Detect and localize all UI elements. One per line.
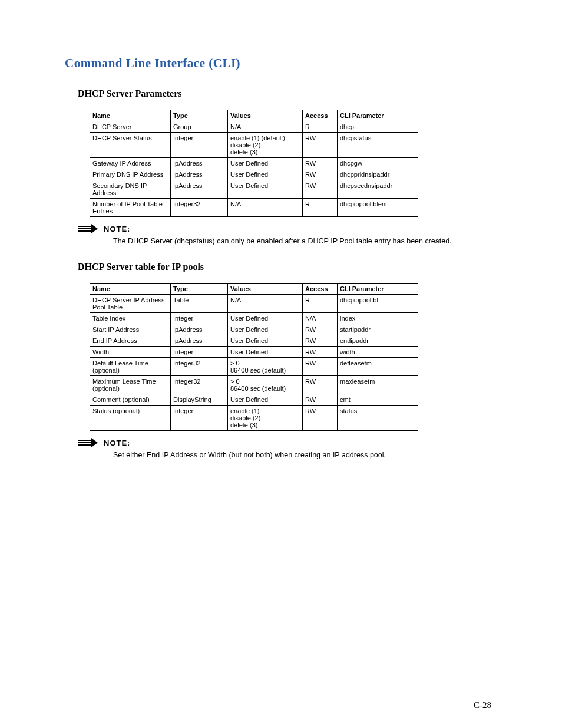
th-access: Access (303, 110, 338, 121)
dhcp-params-table: Name Type Values Access CLI Parameter DH… (90, 110, 418, 217)
table-row: Comment (optional)DisplayStringUser Defi… (90, 394, 418, 406)
note-block: NOTE: Set either End IP Address or Width… (78, 438, 491, 459)
dhcp-params-title: DHCP Server Parameters (78, 88, 491, 99)
cell-type: IpAddress (171, 335, 228, 347)
cell-access: RW (303, 358, 338, 376)
note-label: NOTE: (104, 225, 130, 233)
cell-type: Integer (171, 313, 228, 324)
cell-name: End IP Address (90, 335, 171, 347)
cell-cli: dhcpippooltblent (338, 199, 418, 217)
svg-marker-7 (91, 438, 98, 447)
table-row: Status (optional)Integerenable (1)disabl… (90, 406, 418, 431)
table-row: Default Lease Time (optional)Integer32> … (90, 358, 418, 376)
cell-access: RW (303, 158, 338, 169)
arrow-icon (78, 224, 98, 233)
cell-type: Integer (171, 347, 228, 358)
page-number: C-28 (474, 700, 491, 710)
table-row: DHCP Server IP Address Pool TableTableN/… (90, 295, 418, 313)
th-cli: CLI Parameter (338, 284, 418, 295)
note-block: NOTE: The DHCP Server (dhcpstatus) can o… (78, 224, 491, 245)
cell-access: RW (303, 133, 338, 158)
ip-pools-title: DHCP Server table for IP pools (78, 262, 491, 272)
cell-type: Integer32 (171, 358, 228, 376)
cell-name: Number of IP Pool Table Entries (90, 199, 171, 217)
svg-marker-3 (91, 224, 98, 233)
cell-access: R (303, 199, 338, 217)
table-row: DHCP ServerGroupN/ARdhcp (90, 121, 418, 133)
th-values: Values (228, 110, 303, 121)
cell-values: User Defined (228, 313, 303, 324)
cell-type: Integer (171, 406, 228, 431)
cell-name: Secondary DNS IP Address (90, 180, 171, 199)
cell-values: N/A (228, 121, 303, 133)
table-row: Primary DNS IP AddressIpAddressUser Defi… (90, 169, 418, 180)
note-text: The DHCP Server (dhcpstatus) can only be… (113, 237, 491, 245)
cell-cli: endipaddr (338, 335, 418, 347)
cell-access: R (303, 121, 338, 133)
cell-values: > 086400 sec (default) (228, 376, 303, 394)
table-header-row: Name Type Values Access CLI Parameter (90, 110, 418, 121)
cell-name: Primary DNS IP Address (90, 169, 171, 180)
cell-values: enable (1)disable (2)delete (3) (228, 406, 303, 431)
cell-values: User Defined (228, 158, 303, 169)
cell-access: RW (303, 180, 338, 199)
cell-cli: dhcp (338, 121, 418, 133)
cell-name: Table Index (90, 313, 171, 324)
cell-values: N/A (228, 295, 303, 313)
cell-access: RW (303, 335, 338, 347)
dhcp-params-body: DHCP ServerGroupN/ARdhcpDHCP Server Stat… (90, 121, 418, 217)
arrow-icon (78, 438, 98, 447)
section-title: Command Line Interface (CLI) (65, 56, 491, 71)
cell-type: Integer (171, 133, 228, 158)
cell-type: DisplayString (171, 394, 228, 406)
ip-pools-table: Name Type Values Access CLI Parameter DH… (90, 283, 418, 431)
cell-cli: index (338, 313, 418, 324)
cell-cli: status (338, 406, 418, 431)
cell-cli: maxleasetm (338, 376, 418, 394)
cell-type: IpAddress (171, 324, 228, 335)
cell-values: enable (1) (default)disable (2)delete (3… (228, 133, 303, 158)
ip-pools-body: DHCP Server IP Address Pool TableTableN/… (90, 295, 418, 431)
th-type: Type (171, 110, 228, 121)
cell-name: DHCP Server (90, 121, 171, 133)
th-name: Name (90, 110, 171, 121)
cell-values: User Defined (228, 324, 303, 335)
cell-name: Comment (optional) (90, 394, 171, 406)
cell-name: DHCP Server Status (90, 133, 171, 158)
table-header-row: Name Type Values Access CLI Parameter (90, 284, 418, 295)
cell-cli: startipaddr (338, 324, 418, 335)
cell-name: Status (optional) (90, 406, 171, 431)
th-name: Name (90, 284, 171, 295)
cell-values: User Defined (228, 169, 303, 180)
cell-values: User Defined (228, 335, 303, 347)
cell-name: Width (90, 347, 171, 358)
cell-type: Integer32 (171, 199, 228, 217)
cell-access: RW (303, 376, 338, 394)
cell-name: Gateway IP Address (90, 158, 171, 169)
cell-cli: dhcpgw (338, 158, 418, 169)
cell-type: Table (171, 295, 228, 313)
page: Command Line Interface (CLI) DHCP Server… (0, 0, 562, 728)
cell-cli: dhcpsecdnsipaddr (338, 180, 418, 199)
cell-cli: defleasetm (338, 358, 418, 376)
th-cli: CLI Parameter (338, 110, 418, 121)
table-row: Table IndexIntegerUser DefinedN/Aindex (90, 313, 418, 324)
cell-name: Maximum Lease Time (optional) (90, 376, 171, 394)
table-row: Number of IP Pool Table EntriesInteger32… (90, 199, 418, 217)
cell-type: IpAddress (171, 180, 228, 199)
cell-cli: dhcppridnsipaddr (338, 169, 418, 180)
note-text: Set either End IP Address or Width (but … (113, 451, 491, 459)
cell-access: RW (303, 394, 338, 406)
cell-cli: dhcpstatus (338, 133, 418, 158)
cell-type: IpAddress (171, 158, 228, 169)
cell-name: DHCP Server IP Address Pool Table (90, 295, 171, 313)
table-row: Start IP AddressIpAddressUser DefinedRWs… (90, 324, 418, 335)
cell-type: Group (171, 121, 228, 133)
cell-access: RW (303, 324, 338, 335)
cell-type: Integer32 (171, 376, 228, 394)
cell-access: RW (303, 406, 338, 431)
table-row: WidthIntegerUser DefinedRWwidth (90, 347, 418, 358)
table-row: DHCP Server StatusIntegerenable (1) (def… (90, 133, 418, 158)
note-label: NOTE: (104, 439, 130, 447)
th-access: Access (303, 284, 338, 295)
